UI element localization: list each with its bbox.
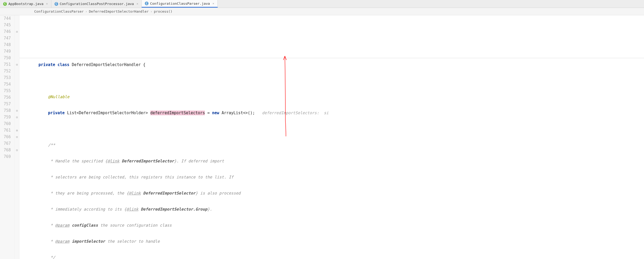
code-line	[19, 78, 644, 84]
code-line: * Handle the specified {@link DeferredIm…	[19, 158, 644, 165]
fold-marker[interactable]	[15, 88, 19, 94]
fold-marker[interactable]	[15, 121, 19, 127]
fold-marker[interactable]	[15, 68, 19, 74]
line-number: 748	[0, 42, 12, 48]
close-icon[interactable]: ×	[46, 2, 48, 6]
code-line: private List<DeferredImportSelectorHolde…	[19, 110, 644, 116]
fold-marker[interactable]: ⊟	[15, 61, 19, 68]
breadcrumb-part[interactable]: DeferredImportSelectorHandler	[89, 9, 149, 13]
fold-marker[interactable]	[15, 140, 19, 147]
code-line: /**	[19, 142, 644, 148]
java-class-icon: C	[145, 2, 148, 5]
tab-configurationclassparser[interactable]: C ConfigurationClassParser.java ×	[142, 0, 218, 8]
fold-marker[interactable]: ⊟	[15, 114, 19, 121]
line-number: 747	[0, 35, 12, 42]
line-number: 767	[0, 140, 12, 147]
line-number: 769	[0, 153, 12, 160]
fold-gutter: ⊟ ⊟ ⊟ ⊟ ⊞ ⊟ ⊟	[15, 15, 19, 259]
fold-marker[interactable]: ⊟	[15, 147, 19, 153]
line-number: 746	[0, 28, 12, 35]
line-number: 760	[0, 121, 12, 127]
line-number: 752	[0, 68, 12, 74]
line-number: 744	[0, 15, 12, 22]
fold-marker[interactable]	[15, 81, 19, 88]
line-number: 750	[0, 55, 12, 61]
code-line: * @param configClass the source configur…	[19, 222, 644, 229]
tab-configurationclasspostprocessor[interactable]: C ConfigurationClassPostProcessor.java ×	[51, 0, 142, 8]
fold-marker[interactable]	[15, 42, 19, 48]
fold-marker[interactable]	[15, 55, 19, 61]
line-number: 768	[0, 147, 12, 153]
line-number: 757	[0, 101, 12, 107]
fold-marker[interactable]	[15, 22, 19, 28]
breadcrumb: ConfigurationClassParser › DeferredImpor…	[0, 8, 644, 15]
fold-marker[interactable]: ⊟	[15, 107, 19, 114]
line-number: 761	[0, 127, 12, 134]
breadcrumb-part[interactable]: process()	[154, 9, 172, 13]
chevron-right-icon: ›	[150, 9, 152, 13]
tab-label: ConfigurationClassParser.java	[150, 2, 210, 6]
code-line: * @param importSelector the selector to …	[19, 238, 644, 245]
line-number: 759	[0, 114, 12, 121]
code-line: * they are being processed, the {@link D…	[19, 190, 644, 197]
tab-label: AppBootstrap.java	[8, 2, 43, 6]
inline-hint: deferredImportSelectors: si	[262, 111, 329, 115]
code-line: @Nullable	[19, 94, 644, 100]
tab-label: ConfigurationClassPostProcessor.java	[60, 2, 134, 6]
fold-marker[interactable]	[15, 15, 19, 22]
code-editor[interactable]: 744 745 746 747 748 749 750 751 752 753 …	[0, 15, 644, 259]
java-class-icon: C	[3, 2, 7, 6]
java-class-icon: C	[55, 2, 58, 6]
fold-marker[interactable]	[15, 48, 19, 55]
chevron-right-icon: ›	[85, 9, 87, 13]
fold-marker[interactable]	[15, 94, 19, 101]
line-number: 755	[0, 88, 12, 94]
line-number: 745	[0, 22, 12, 28]
fold-marker[interactable]: ⊟	[15, 28, 19, 35]
line-number: 766	[0, 134, 12, 140]
code-line	[19, 46, 644, 52]
line-number: 754	[0, 81, 12, 88]
line-number: 749	[0, 48, 12, 55]
code-content[interactable]: private class DeferredImportSelectorHand…	[19, 15, 644, 259]
fold-marker[interactable]: ⊞	[15, 127, 19, 134]
fold-marker[interactable]	[15, 101, 19, 107]
code-line: private class DeferredImportSelectorHand…	[19, 62, 644, 68]
code-line: */	[19, 254, 644, 259]
fold-marker[interactable]	[15, 74, 19, 81]
editor-tabs: C AppBootstrap.java × C ConfigurationCla…	[0, 0, 644, 8]
line-number: 756	[0, 94, 12, 101]
fold-marker[interactable]: ⊟	[15, 134, 19, 140]
tab-appbootstrap[interactable]: C AppBootstrap.java ×	[0, 0, 51, 8]
line-number: 753	[0, 74, 12, 81]
code-line: * selectors are being collected, this re…	[19, 174, 644, 181]
code-line	[19, 29, 644, 36]
breadcrumb-part[interactable]: ConfigurationClassParser	[34, 9, 84, 13]
fold-marker[interactable]	[15, 35, 19, 42]
line-number: 758	[0, 107, 12, 114]
code-line: * immediately according to its {@link De…	[19, 206, 644, 213]
close-icon[interactable]: ×	[212, 2, 214, 5]
line-number-gutter: 744 745 746 747 748 749 750 751 752 753 …	[0, 15, 15, 259]
line-number: 751	[0, 61, 12, 68]
code-line	[19, 126, 644, 132]
close-icon[interactable]: ×	[136, 2, 138, 6]
fold-marker[interactable]	[15, 153, 19, 160]
highlighted-identifier: deferredImportSelectors	[150, 111, 205, 115]
